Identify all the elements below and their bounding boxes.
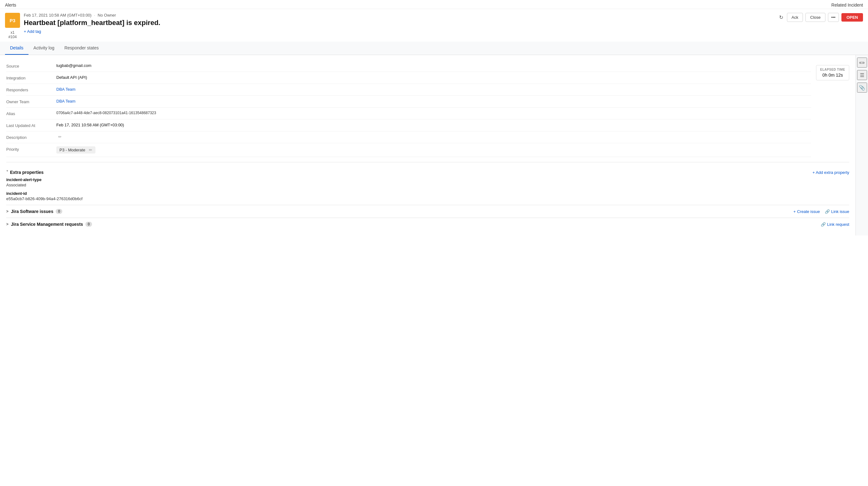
extra-properties-title: ˅ Extra properties: [6, 170, 43, 175]
sidebar-icon-attachment[interactable]: 📎: [857, 83, 867, 93]
link-request-label: Link request: [827, 222, 849, 227]
elapsed-label: ELAPSED TIME: [820, 68, 845, 71]
description-value: ✏: [56, 134, 811, 139]
elapsed-value: 0h 0m 12s: [820, 72, 845, 77]
id-label: #104: [8, 35, 17, 39]
collapse-button[interactable]: «»: [857, 58, 867, 68]
ack-button[interactable]: Ack: [787, 13, 803, 22]
alias-label: Alias: [6, 111, 56, 116]
jira-software-header: > Jira Software issues 0 + Create issue …: [6, 209, 849, 214]
main-content: Source tugbab@gmail.com Integration Defa…: [0, 55, 868, 235]
extra-prop-incident-id: incident-id e55a0cb7-b826-409b-94a4-2763…: [6, 191, 849, 201]
extra-properties-header[interactable]: ˅ Extra properties + Add extra property: [6, 167, 849, 177]
extra-prop-alert-type: incident-alert-type Associated: [6, 177, 849, 187]
field-priority: Priority P3 - Moderate ✏: [6, 143, 811, 157]
owner-team-label: Owner Team: [6, 99, 56, 104]
jira-service-chevron: >: [6, 222, 8, 226]
link-issue-label: Link issue: [831, 209, 849, 214]
last-updated-value: Feb 17, 2021 10:58 AM (GMT+03:00): [56, 123, 811, 127]
alert-datetime: Feb 17, 2021 10:58 AM (GMT+03:00): [24, 13, 91, 18]
details-fields-area: Source tugbab@gmail.com Integration Defa…: [6, 60, 849, 157]
field-description: Description ✏: [6, 131, 811, 143]
jira-software-title[interactable]: > Jira Software issues 0: [6, 209, 62, 214]
link-issue-icon: 🔗: [825, 209, 830, 214]
elapsed-hours: 0h: [822, 72, 827, 77]
jira-service-header: > Jira Service Management requests 0 🔗 L…: [6, 222, 849, 227]
jira-software-count: 0: [56, 209, 62, 214]
field-owner-team: Owner Team DBA Team: [6, 96, 811, 107]
source-value: tugbab@gmail.com: [56, 63, 811, 68]
alert-header: P3 x1 #104 Feb 17, 2021 10:58 AM (GMT+03…: [0, 9, 868, 42]
link-request-icon: 🔗: [821, 222, 826, 227]
field-responders: Responders DBA Team: [6, 84, 811, 96]
extra-properties-label: Extra properties: [10, 170, 43, 175]
integration-value: Default API (API): [56, 75, 811, 80]
last-updated-label: Last Updated At: [6, 123, 56, 128]
alert-meta: Feb 17, 2021 10:58 AM (GMT+03:00) · No O…: [24, 13, 774, 34]
sidebar-icon-list[interactable]: ☰: [857, 70, 867, 80]
open-status-button[interactable]: OPEN: [841, 13, 863, 22]
description-edit-icon[interactable]: ✏: [58, 134, 62, 139]
count-id-block: x1 #104: [8, 30, 17, 39]
create-issue-button[interactable]: + Create issue: [794, 209, 820, 214]
tab-activity-log[interactable]: Activity log: [29, 42, 59, 55]
jira-software-actions: + Create issue 🔗 Link issue: [794, 209, 849, 214]
jira-service-section: > Jira Service Management requests 0 🔗 L…: [6, 218, 849, 230]
alert-title: Heartbeat [platform_heartbeat] is expire…: [24, 19, 774, 27]
jira-service-label: Jira Service Management requests: [11, 222, 83, 227]
field-source: Source tugbab@gmail.com: [6, 60, 811, 72]
fields-col: Source tugbab@gmail.com Integration Defa…: [6, 60, 811, 157]
elapsed-minutes: 0m: [829, 72, 835, 77]
header-right: ↻ Ack Close ••• OPEN: [778, 13, 863, 22]
add-extra-property-button[interactable]: + Add extra property: [813, 170, 849, 175]
owner-team-value[interactable]: DBA Team: [56, 99, 811, 103]
elapsed-time-block: ELAPSED TIME 0h 0m 12s: [816, 65, 849, 80]
jira-software-section: > Jira Software issues 0 + Create issue …: [6, 205, 849, 218]
priority-value: P3 - Moderate ✏: [56, 147, 811, 154]
top-bar: Alerts Related Incident: [0, 0, 868, 9]
jira-software-label: Jira Software issues: [11, 209, 53, 214]
tab-responder-states[interactable]: Responder states: [59, 42, 104, 55]
extra-prop-val-0: Associated: [6, 183, 849, 187]
alerts-label: Alerts: [5, 2, 16, 7]
extra-prop-key-0: incident-alert-type: [6, 177, 849, 182]
tabs-bar: Details Activity log Responder states: [0, 42, 868, 55]
create-issue-icon: +: [794, 209, 796, 214]
extra-properties-section: ˅ Extra properties + Add extra property …: [6, 167, 849, 201]
close-button[interactable]: Close: [805, 13, 825, 22]
tab-details[interactable]: Details: [5, 42, 29, 55]
jira-service-title[interactable]: > Jira Service Management requests 0: [6, 222, 92, 227]
priority-badge: P3: [5, 13, 20, 28]
related-incident-label: Related Incident: [831, 2, 863, 7]
elapsed-seconds: 12s: [836, 72, 843, 77]
responders-label: Responders: [6, 87, 56, 92]
description-label: Description: [6, 134, 56, 140]
alias-value: 0706a4c7-a448-4de7-aec8-082073101a41-161…: [56, 111, 811, 115]
priority-edit-icon[interactable]: ✏: [89, 148, 92, 152]
extra-prop-key-1: incident-id: [6, 191, 849, 196]
priority-label: Priority: [6, 147, 56, 152]
refresh-button[interactable]: ↻: [778, 13, 784, 22]
details-panel: Source tugbab@gmail.com Integration Defa…: [0, 55, 856, 235]
source-label: Source: [6, 63, 56, 68]
jira-software-chevron: >: [6, 209, 8, 214]
count-label: x1: [11, 30, 15, 35]
responders-value[interactable]: DBA Team: [56, 87, 811, 92]
alert-meta-top: Feb 17, 2021 10:58 AM (GMT+03:00) · No O…: [24, 13, 774, 18]
extra-prop-val-1: e55a0cb7-b826-409b-94a4-276316d0b6cf: [6, 196, 849, 201]
create-issue-label: Create issue: [797, 209, 820, 214]
jira-service-count: 0: [86, 222, 92, 227]
priority-tag: P3 - Moderate ✏: [56, 147, 95, 154]
integration-label: Integration: [6, 75, 56, 80]
field-alias: Alias 0706a4c7-a448-4de7-aec8-082073101a…: [6, 107, 811, 120]
section-divider-1: [6, 162, 849, 162]
more-button[interactable]: •••: [828, 13, 839, 22]
extra-properties-chevron: ˅: [6, 170, 8, 174]
right-sidebar: «» ☰ 📎: [856, 55, 868, 235]
link-issue-button[interactable]: 🔗 Link issue: [825, 209, 849, 214]
link-request-button[interactable]: 🔗 Link request: [821, 222, 849, 227]
alert-owner: No Owner: [98, 13, 116, 18]
add-tag-button[interactable]: + Add tag: [24, 29, 41, 34]
field-last-updated: Last Updated At Feb 17, 2021 10:58 AM (G…: [6, 120, 811, 131]
jira-service-actions: 🔗 Link request: [821, 222, 849, 227]
